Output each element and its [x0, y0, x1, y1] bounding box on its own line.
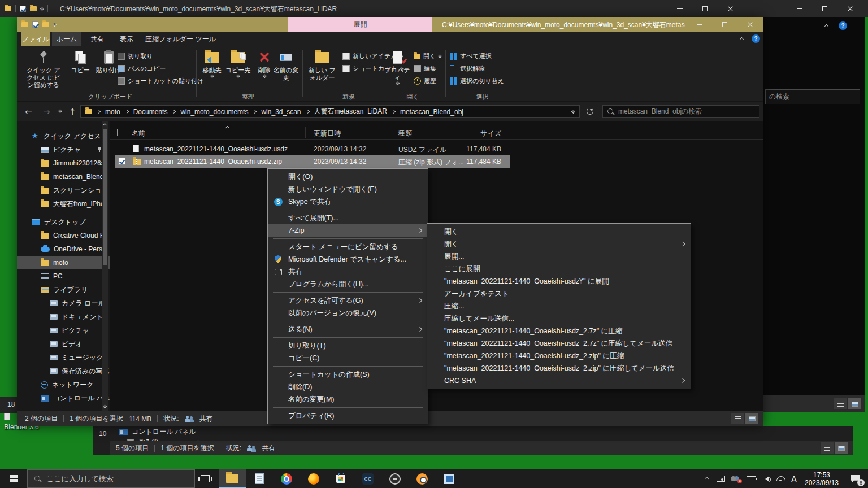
- scroll-down-icon[interactable]: [103, 404, 107, 408]
- context-menu-item-restore-versions[interactable]: 以前のバージョンの復元(V): [268, 307, 428, 319]
- sidebar-item-libraries[interactable]: ライブラリ: [17, 283, 110, 297]
- help-icon[interactable]: ?: [752, 34, 760, 43]
- context-menu-item-delete[interactable]: 削除(D): [268, 381, 428, 393]
- sidebar-item-pc[interactable]: PC: [17, 269, 110, 283]
- breadcrumb-item[interactable]: metascan_Blend_obj: [400, 108, 463, 116]
- context-menu-item-share-skype[interactable]: Skype で共有: [268, 195, 428, 208]
- copy-to-button[interactable]: コピー先: [225, 49, 251, 77]
- sidebar-item-saved-pictures[interactable]: 保存済みの写真: [17, 364, 110, 378]
- taskbar-item-photos[interactable]: [436, 469, 463, 488]
- column-header-size[interactable]: サイズ: [449, 129, 501, 138]
- open-button[interactable]: 開く: [414, 51, 441, 61]
- select-all-button[interactable]: すべて選択: [450, 51, 492, 61]
- maximize-button[interactable]: [812, 0, 837, 17]
- details-view-button[interactable]: [821, 442, 834, 454]
- breadcrumb-item[interactable]: 大饗石metascan_LiDAR: [314, 107, 387, 116]
- scrollbar-thumb[interactable]: [103, 129, 107, 265]
- tab-share[interactable]: 共有: [84, 32, 111, 46]
- 7zip-item-add-to-7z[interactable]: "metascan_20221121-1440_Ooaeishi-usdz_2.…: [427, 325, 691, 337]
- row-checkbox[interactable]: [118, 158, 125, 165]
- maximize-button[interactable]: [712, 17, 737, 32]
- context-menu-item-defender-scan[interactable]: Microsoft Defender でスキャンする...: [268, 253, 428, 265]
- taskbar-item-creative-cloud[interactable]: CC: [354, 469, 381, 488]
- 7zip-item-add-to-archive[interactable]: 圧縮...: [427, 300, 691, 312]
- tab-home[interactable]: ホーム: [52, 32, 81, 46]
- sidebar-item-folder[interactable]: Jimmuhi230126s: [17, 156, 110, 170]
- tray-clock[interactable]: 17:53 2023/09/13: [800, 469, 843, 488]
- start-button[interactable]: [0, 469, 27, 488]
- chevron-down-icon[interactable]: [40, 6, 44, 10]
- copy-path-button[interactable]: パスのコピー: [118, 63, 166, 73]
- copy-button[interactable]: コピー: [68, 49, 93, 74]
- 7zip-item-add-to-zip[interactable]: "metascan_20221121-1440_Ooaeishi-usdz_2.…: [427, 350, 691, 362]
- breadcrumb[interactable]: moto Documents win_moto_documemts win_3d…: [80, 105, 580, 118]
- select-none-button[interactable]: 選択解除: [450, 63, 485, 73]
- context-menu-item-share[interactable]: 共有: [268, 265, 428, 278]
- 7zip-item-extract-to-folder[interactable]: "metascan_20221121-1440_Ooaeishi-usdz¥" …: [427, 275, 691, 287]
- paste-shortcut-button[interactable]: ショートカットの貼り付け: [118, 76, 203, 86]
- sidebar-item-folder[interactable]: 大饗石from_iPho: [17, 197, 110, 211]
- recent-locations-chevron[interactable]: [58, 109, 62, 113]
- ribbon-collapse-icon[interactable]: [824, 24, 828, 28]
- context-menu-item-send-to[interactable]: 送る(N): [268, 323, 428, 336]
- taskbar-item-store[interactable]: [327, 469, 354, 488]
- context-menu-item-open-with[interactable]: プログラムから開く(H)...: [268, 278, 428, 290]
- close-button[interactable]: [737, 17, 763, 32]
- context-menu-item-7zip[interactable]: 7-Zip: [268, 224, 428, 237]
- file-row-selected[interactable]: metascan_20221121-1440_Ooaeishi-usdz.zip…: [115, 155, 510, 168]
- context-menu-item-rename[interactable]: 名前の変更(M): [268, 393, 428, 406]
- pin-quick-access-button[interactable]: クイック アクセス にピン留めする: [25, 49, 62, 89]
- move-to-button[interactable]: 移動先: [199, 49, 225, 77]
- column-header-type[interactable]: 種類: [398, 129, 412, 138]
- tray-cast-icon[interactable]: [713, 469, 728, 488]
- close-button[interactable]: [718, 0, 743, 17]
- taskbar-item-firefox[interactable]: [300, 469, 327, 488]
- tab-file[interactable]: ファイル: [21, 32, 50, 46]
- details-view-button[interactable]: [731, 413, 744, 424]
- refresh-icon[interactable]: [587, 108, 593, 115]
- context-menu-item-copy[interactable]: コピー(C): [268, 352, 428, 364]
- 7zip-item-extract-here[interactable]: ここに展開: [427, 263, 691, 275]
- 7zip-item-test-archive[interactable]: アーカイブをテスト: [427, 287, 691, 300]
- 7zip-item-7z-email[interactable]: "metascan_20221121-1440_Ooaeishi-usdz_2.…: [427, 337, 691, 350]
- sidebar-scrollbar[interactable]: [102, 121, 108, 411]
- contextual-tab-header[interactable]: 展開: [288, 17, 432, 32]
- invert-selection-button[interactable]: 選択の切り替え: [450, 76, 504, 86]
- context-menu-item-cut[interactable]: 切り取り(T): [268, 339, 428, 352]
- back-button[interactable]: ←: [25, 107, 32, 117]
- sidebar-item-folder[interactable]: metascan_Blend_: [17, 170, 110, 184]
- select-all-checkbox[interactable]: [117, 129, 124, 136]
- forward-button[interactable]: →: [43, 107, 50, 117]
- tray-ime-mode[interactable]: A: [788, 469, 800, 488]
- cut-button[interactable]: 切り取り: [118, 51, 153, 61]
- sidebar-item-control-panel[interactable]: コントロール パネル: [119, 427, 196, 437]
- sidebar-item-folder[interactable]: スクリーンショット: [17, 184, 110, 197]
- 7zip-item-crc-sha[interactable]: CRC SHA: [427, 374, 691, 387]
- column-header-modified[interactable]: 更新日時: [314, 129, 341, 138]
- sidebar-item-quick-access[interactable]: クイック アクセス: [17, 129, 110, 143]
- rename-button[interactable]: 名前の変更: [272, 49, 300, 81]
- task-view-button[interactable]: [195, 469, 215, 488]
- taskbar-item-chrome[interactable]: [273, 469, 300, 488]
- breadcrumb-item[interactable]: Documents: [133, 108, 168, 116]
- minimize-button[interactable]: [787, 0, 812, 17]
- context-menu-item-give-access[interactable]: アクセスを許可する(G): [268, 294, 428, 307]
- sidebar-item-documents[interactable]: ドキュメント: [17, 310, 110, 324]
- back-window-search-input[interactable]: の検索: [765, 89, 860, 104]
- sidebar-item-camera-roll[interactable]: カメラ ロール: [17, 297, 110, 310]
- sidebar-item-desktop[interactable]: デスクトップ: [17, 215, 110, 229]
- taskbar-item-app[interactable]: [381, 469, 409, 488]
- taskbar-search-input[interactable]: ここに入力して検索: [27, 469, 195, 488]
- blender-desktop-icon[interactable]: [4, 413, 10, 420]
- sidebar-item-moto[interactable]: moto: [17, 256, 110, 269]
- sidebar-item-music[interactable]: ミュージック: [17, 351, 110, 364]
- 7zip-item-zip-email[interactable]: "metascan_20221121-1440_Ooaeishi-usdz_2.…: [427, 362, 691, 374]
- tray-battery-icon[interactable]: [744, 469, 758, 488]
- folder-icon[interactable]: [30, 6, 37, 11]
- taskbar-item-blender[interactable]: [409, 469, 436, 488]
- chevron-down-icon[interactable]: [53, 22, 57, 26]
- notification-center-button[interactable]: 8: [843, 469, 868, 488]
- column-header-name[interactable]: 名前: [132, 129, 145, 138]
- context-menu-item-extract-all[interactable]: すべて展開(T)...: [268, 212, 428, 224]
- checkbox-icon[interactable]: [32, 21, 38, 28]
